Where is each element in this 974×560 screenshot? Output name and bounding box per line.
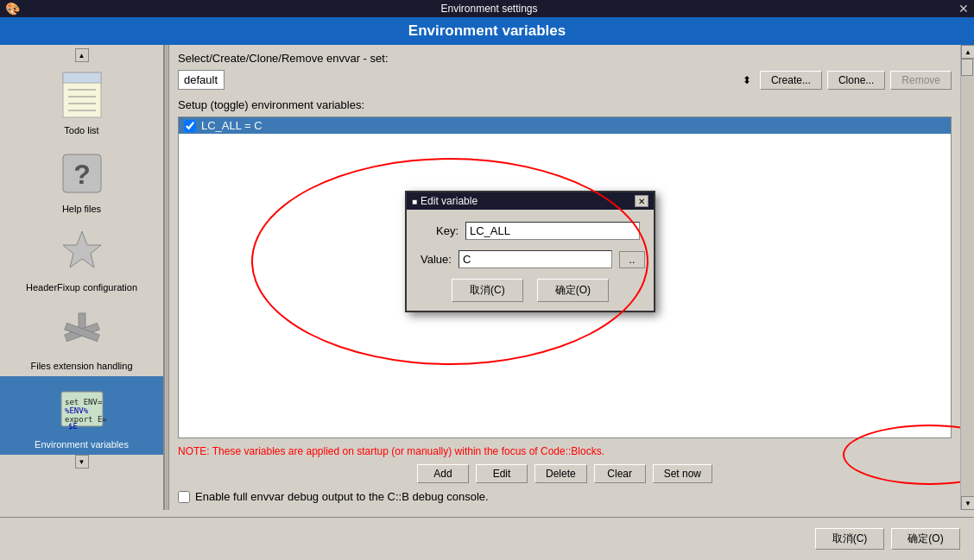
scroll-down-btn[interactable]: ▼ — [961, 496, 974, 510]
var-checkbox-lc-all[interactable] — [184, 120, 196, 132]
table-row[interactable]: LC_ALL = C — [179, 117, 951, 134]
debug-checkbox-label: Enable full envvar debug output to the C… — [195, 490, 489, 503]
modal-key-input[interactable] — [465, 222, 640, 240]
modal-buttons-row: 取消(C) 确定(O) — [421, 279, 640, 302]
debug-checkbox[interactable] — [178, 491, 190, 503]
modal-value-label: Value: — [421, 253, 452, 266]
title-bar: 🎨 Environment settings ✕ — [0, 0, 974, 17]
window-title: Environment variables — [408, 22, 566, 39]
var-text-lc-all: LC_ALL = C — [201, 119, 262, 132]
modal-key-row: Key: — [421, 222, 640, 240]
clear-button[interactable]: Clear — [594, 464, 646, 483]
todo-list-icon — [54, 67, 110, 123]
sidebar-item-todo-list[interactable]: Todo list — [0, 62, 163, 141]
title-bar-title: Environment settings — [20, 3, 958, 15]
action-buttons-row: Add Edit Delete Clear Set now — [178, 464, 952, 483]
modal-key-label: Key: — [421, 224, 459, 237]
sidebar-item-header-fixup[interactable]: HeaderFixup configuration — [0, 219, 163, 298]
edit-button[interactable]: Edit — [476, 464, 528, 483]
svg-text:%ENV%: %ENV% — [65, 406, 89, 415]
close-icon[interactable]: ✕ — [958, 2, 969, 16]
sidebar: ▲ Todo list ? — [0, 45, 164, 510]
sidebar-item-help-files[interactable]: ? Help files — [0, 141, 163, 219]
edit-variable-dialog: ■ Edit variable ✕ Key: Value: .. — [405, 191, 655, 312]
sidebar-item-label-help: Help files — [62, 204, 101, 214]
modal-titlebar: ■ Edit variable ✕ — [407, 192, 654, 210]
app-icon: 🎨 — [5, 2, 20, 16]
modal-titlebar-left: ■ Edit variable — [412, 195, 478, 207]
modal-body: Key: Value: .. 取消(C) 确定(O) — [407, 210, 654, 311]
sidebar-item-label-header: HeaderFixup configuration — [26, 282, 137, 293]
sidebar-scroll-up[interactable]: ▲ — [75, 48, 89, 62]
modal-cancel-button[interactable]: 取消(C) — [452, 279, 523, 302]
scroll-thumb[interactable] — [961, 59, 973, 76]
help-files-icon: ? — [54, 146, 110, 201]
remove-button[interactable]: Remove — [890, 71, 952, 90]
env-vars-icon: set ENV= %ENV% export E= $E — [54, 381, 110, 437]
sidebar-item-label-env: Environment variables — [35, 439, 129, 450]
select-label: Select/Create/Clone/Remove envvar - set: — [178, 52, 952, 65]
sidebar-scroll-down[interactable]: ▼ — [75, 455, 89, 469]
clone-button[interactable]: Clone... — [827, 71, 885, 90]
debug-checkbox-row: Enable full envvar debug output to the C… — [178, 490, 952, 503]
note-text: NOTE: These variables are applied on sta… — [178, 445, 952, 457]
main-cancel-button[interactable]: 取消(C) — [815, 528, 884, 550]
main-ok-button[interactable]: 确定(O) — [891, 528, 960, 550]
scroll-up-btn[interactable]: ▲ — [961, 45, 974, 59]
dialog-bottom-bar: 取消(C) 确定(O) — [0, 517, 974, 560]
sidebar-item-env-vars[interactable]: set ENV= %ENV% export E= $E Environment … — [0, 376, 163, 455]
sidebar-item-label-todo: Todo list — [64, 125, 98, 135]
window-header: Environment variables — [0, 17, 974, 45]
modal-ok-button[interactable]: 确定(O) — [537, 279, 609, 302]
svg-text:set ENV=: set ENV= — [65, 398, 103, 406]
variables-label: Setup (toggle) environment variables: — [178, 98, 952, 111]
envvar-select[interactable]: default — [178, 70, 225, 90]
svg-text:$E: $E — [68, 422, 78, 431]
set-now-button[interactable]: Set now — [653, 464, 712, 483]
modal-value-row: Value: .. — [421, 250, 640, 268]
modal-browse-button[interactable]: .. — [619, 251, 645, 268]
envvar-select-wrapper: default — [178, 70, 755, 90]
modal-close-button[interactable]: ✕ — [635, 195, 648, 207]
delete-button[interactable]: Delete — [534, 464, 587, 483]
modal-title: Edit variable — [421, 195, 478, 207]
right-scrollbar: ▲ ▼ — [960, 45, 974, 510]
modal-icon: ■ — [412, 197, 417, 206]
svg-marker-8 — [63, 231, 101, 267]
svg-text:?: ? — [73, 159, 91, 190]
sidebar-item-files-ext[interactable]: Files extension handling — [0, 298, 163, 376]
modal-value-input[interactable] — [459, 250, 612, 268]
sidebar-item-label-files-ext: Files extension handling — [30, 361, 132, 371]
svg-rect-1 — [63, 72, 101, 83]
select-row: default Create... Clone... Remove — [178, 70, 952, 90]
header-fixup-icon — [54, 224, 110, 280]
add-button[interactable]: Add — [417, 464, 469, 483]
create-button[interactable]: Create... — [760, 71, 822, 90]
files-ext-icon — [54, 303, 110, 358]
